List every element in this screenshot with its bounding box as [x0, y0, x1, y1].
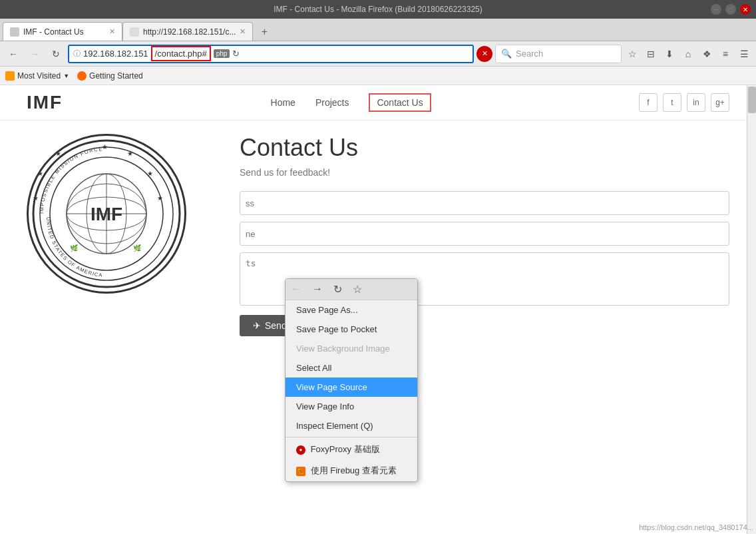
- back-button[interactable]: ←: [4, 45, 23, 63]
- tab-label-2: http://192.168.182.151/c...: [143, 27, 236, 37]
- bookmarks-bar: Most Visited ▼ Getting Started: [0, 67, 756, 85]
- foxyproxy-label: FoxyProxy 基础版: [311, 444, 380, 454]
- window-controls[interactable]: ─ □ ✕: [711, 4, 751, 15]
- stop-icon[interactable]: ✕: [476, 46, 492, 62]
- close-btn[interactable]: ✕: [740, 4, 751, 15]
- bookmark-getting-started[interactable]: Getting Started: [77, 71, 143, 81]
- svg-text:🌿: 🌿: [70, 244, 79, 252]
- imf-seal: ★ ★ ★ ★ ★ ★ ★: [27, 134, 186, 294]
- cm-forward-icon[interactable]: →: [312, 283, 323, 296]
- url-path-highlight: /contact.php#: [151, 46, 211, 61]
- tab-favicon-1: [10, 27, 19, 37]
- footer-watermark: https://blog.csdn.net/qq_3480174...: [639, 523, 753, 531]
- most-visited-label: Most Visited: [17, 71, 61, 81]
- url-box[interactable]: ⓘ 192.168.182.151 /contact.php# php ↻: [68, 45, 474, 63]
- new-tab-button[interactable]: +: [256, 23, 273, 41]
- home-icon[interactable]: ⌂: [680, 46, 696, 62]
- address-bar: ← → ↻ ⓘ 192.168.182.151 /contact.php# ph…: [0, 41, 756, 67]
- svg-text:★: ★: [33, 194, 39, 202]
- facebook-icon[interactable]: f: [639, 93, 658, 112]
- send-arrow-icon: ✈: [253, 320, 261, 331]
- firebug-label: 使用 Firebug 查看元素: [311, 465, 397, 475]
- tab-favicon-2: [130, 27, 139, 37]
- cm-back-icon[interactable]: ←: [291, 283, 301, 296]
- cm-save-page-as[interactable]: Save Page As...: [285, 300, 417, 320]
- tab-close-1[interactable]: ✕: [109, 27, 115, 36]
- bookmark-most-visited[interactable]: Most Visited ▼: [5, 71, 69, 81]
- menu-icon[interactable]: ☰: [736, 46, 752, 62]
- url-host: 192.168.182.151: [83, 49, 148, 59]
- tab-close-2[interactable]: ✕: [240, 27, 246, 36]
- maximize-btn[interactable]: □: [725, 4, 736, 15]
- send-label: Send: [265, 320, 287, 331]
- getting-started-favicon: [77, 71, 87, 81]
- nav-projects[interactable]: Projects: [315, 97, 349, 108]
- cm-view-page-source[interactable]: View Page Source: [285, 378, 417, 397]
- cm-bookmark-icon[interactable]: ☆: [353, 283, 362, 296]
- context-menu: ← → ↻ ☆ Save Page As... Save Page to Poc…: [285, 278, 418, 482]
- toolbar-icons: ☆ ⊟ ⬇ ⌂ ❖ ≡ ☰: [624, 46, 752, 62]
- nav-contact[interactable]: Contact Us: [369, 93, 431, 112]
- seal-container: ★ ★ ★ ★ ★ ★ ★: [27, 134, 213, 336]
- nav-home[interactable]: Home: [271, 97, 295, 108]
- window-title: IMF - Contact Us - Mozilla Firefox (Buil…: [274, 5, 482, 14]
- most-visited-arrow: ▼: [63, 73, 69, 79]
- pocket-icon[interactable]: ❖: [699, 46, 715, 62]
- minimize-btn[interactable]: ─: [711, 4, 721, 15]
- firebug-icon: 🐛: [296, 467, 305, 476]
- site-nav: Home Projects Contact Us: [271, 93, 431, 112]
- foxyproxy-icon: ●: [296, 445, 305, 455]
- contact-subtitle: Send us for feedback!: [240, 167, 729, 178]
- google-plus-icon[interactable]: g+: [711, 93, 729, 112]
- address-input[interactable]: [240, 191, 729, 215]
- social-icons: f t in g+: [639, 93, 729, 112]
- reading-mode-icon[interactable]: ⊟: [643, 46, 659, 62]
- cm-foxyproxy[interactable]: ● FoxyProxy 基础版: [285, 439, 417, 460]
- reload-icon[interactable]: ↻: [232, 49, 240, 59]
- svg-text:★: ★: [157, 194, 163, 202]
- tab-label-1: IMF - Contact Us: [23, 27, 84, 37]
- search-icon: 🔍: [501, 49, 512, 59]
- svg-text:🌿: 🌿: [133, 244, 142, 252]
- tab-2[interactable]: http://192.168.182.151/c... ✕: [122, 22, 253, 41]
- contact-title: Contact Us: [240, 134, 729, 162]
- site-header: IMF Home Projects Contact Us f t in g+: [0, 85, 756, 121]
- svg-text:★: ★: [55, 150, 61, 157]
- search-placeholder: Search: [516, 49, 543, 59]
- seal-svg: ★ ★ ★ ★ ★ ★ ★: [30, 137, 183, 290]
- svg-text:★: ★: [37, 170, 43, 177]
- cm-view-bg-image[interactable]: View Background Image: [285, 339, 417, 358]
- forward-button[interactable]: →: [25, 45, 44, 63]
- cm-select-all[interactable]: Select All: [285, 358, 417, 378]
- cm-inspect-element[interactable]: Inspect Element (Q): [285, 416, 417, 435]
- info-icon: ⓘ: [73, 49, 81, 59]
- browser-content: IMF Home Projects Contact Us f t in g+: [0, 85, 756, 534]
- title-bar: IMF - Contact Us - Mozilla Firefox (Buil…: [0, 0, 756, 19]
- getting-started-label: Getting Started: [89, 71, 143, 81]
- twitter-icon[interactable]: t: [663, 93, 681, 112]
- overflow-icon[interactable]: ≡: [717, 46, 733, 62]
- most-visited-favicon: [5, 71, 15, 81]
- tab-1[interactable]: IMF - Contact Us ✕: [3, 22, 122, 41]
- linkedin-icon[interactable]: in: [687, 93, 705, 112]
- scroll-bar[interactable]: [747, 85, 756, 534]
- cm-firebug[interactable]: 🐛 使用 Firebug 查看元素: [285, 460, 417, 481]
- site-logo: IMF: [27, 92, 63, 113]
- context-menu-divider-1: [285, 437, 417, 437]
- svg-text:★: ★: [147, 170, 153, 177]
- php-badge: php: [214, 49, 230, 58]
- name-input[interactable]: [240, 222, 729, 246]
- bookmark-star-icon[interactable]: ☆: [624, 46, 640, 62]
- cm-save-to-pocket[interactable]: Save Page to Pocket: [285, 320, 417, 339]
- cm-view-page-info[interactable]: View Page Info: [285, 397, 417, 416]
- context-menu-header: ← → ↻ ☆: [285, 279, 417, 300]
- download-icon[interactable]: ⬇: [662, 46, 677, 62]
- scroll-thumb[interactable]: [748, 87, 756, 113]
- tab-bar: IMF - Contact Us ✕ http://192.168.182.15…: [0, 19, 756, 41]
- svg-text:★: ★: [127, 150, 133, 157]
- reload-button[interactable]: ↻: [47, 45, 65, 63]
- svg-text:IMF: IMF: [91, 204, 122, 224]
- cm-reload-icon[interactable]: ↻: [333, 283, 342, 296]
- search-box[interactable]: 🔍 Search: [495, 45, 622, 63]
